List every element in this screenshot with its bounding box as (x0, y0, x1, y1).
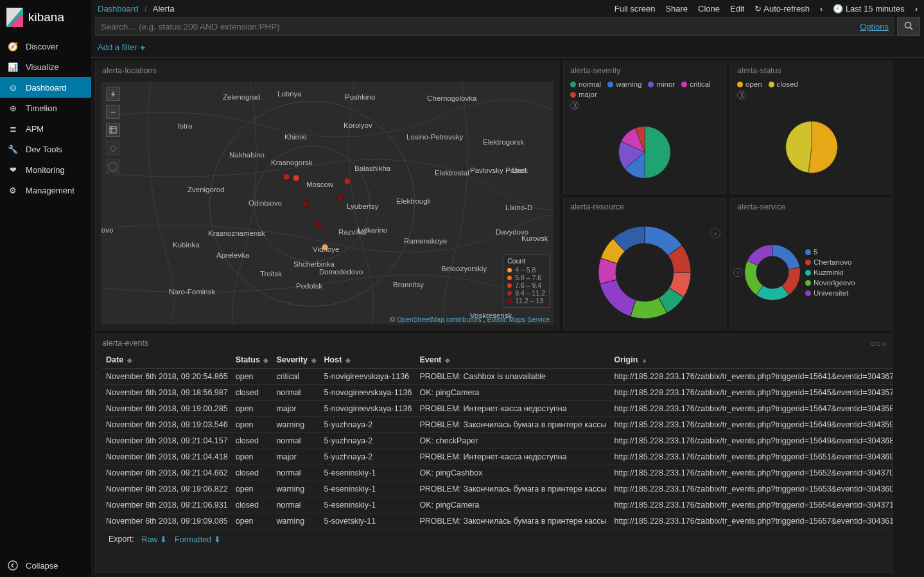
table-row[interactable]: November 6th 2018, 09:21:04.157closednor… (102, 433, 893, 449)
panel-title: alerta-locations (96, 62, 559, 79)
nav-item-dashboard[interactable]: ⊙Dashboard (0, 77, 91, 98)
zoom-out-button[interactable]: − (106, 105, 120, 119)
nav-item-discover[interactable]: 🧭Discover (0, 36, 91, 57)
nav-label: APM (26, 124, 44, 134)
share-button[interactable]: Share (665, 4, 688, 13)
nav-label: Discover (26, 42, 58, 51)
map-btn-a[interactable]: ◇ (106, 141, 120, 155)
table-row[interactable]: November 6th 2018, 09:19:06.822openwarni… (102, 481, 893, 497)
fit-bounds-button[interactable] (106, 123, 120, 137)
resource-donut[interactable] (597, 224, 693, 321)
legend-item[interactable]: open (737, 80, 762, 88)
panel-events: alerta-events ○○○ Date ◆Status ◆Severity… (95, 334, 893, 573)
nav-label: Management (26, 186, 74, 195)
collapse-button[interactable]: Collapse (0, 554, 91, 577)
col-host[interactable]: Host ◆ (320, 351, 416, 369)
legend-swatch (805, 290, 811, 296)
svg-point-0 (8, 561, 17, 570)
legend-swatch (805, 260, 811, 265)
app-logo[interactable]: kibana (0, 0, 91, 36)
table-row[interactable]: November 6th 2018, 09:21:04.662closednor… (102, 465, 893, 481)
table-row[interactable]: November 6th 2018, 09:18:56.987closednor… (102, 385, 893, 401)
time-prev-button[interactable]: ‹ (820, 4, 823, 13)
clone-button[interactable]: Clone (698, 4, 720, 13)
col-origin[interactable]: Origin ▲ (611, 351, 893, 369)
col-status[interactable]: Status ◆ (232, 351, 273, 369)
status-pie[interactable] (785, 120, 839, 174)
table-row[interactable]: November 6th 2018, 09:19:09.085openwarni… (102, 513, 893, 529)
nav-item-management[interactable]: ⚙Management (0, 180, 91, 200)
panel-menu-button[interactable]: ○○○ (870, 339, 887, 348)
nav-item-dev-tools[interactable]: 🔧Dev Tools (0, 139, 91, 159)
table-row[interactable]: November 6th 2018, 09:21:06.931closednor… (102, 497, 893, 513)
map-btn-b[interactable]: ◯ (106, 159, 120, 173)
table-row[interactable]: November 6th 2018, 09:20:54.865opencriti… (102, 369, 893, 385)
download-icon: ⬇ (214, 535, 221, 544)
plus-icon: ✚ (140, 44, 145, 51)
map-attribution: © OpenStreetMap contributors , Elastic M… (390, 315, 550, 323)
nav-icon: 🧭 (8, 41, 18, 51)
legend-swatch (769, 82, 774, 87)
svg-point-8 (344, 178, 351, 184)
zoom-in-button[interactable]: + (106, 87, 120, 101)
service-donut[interactable] (744, 244, 801, 301)
severity-pie[interactable] (618, 125, 672, 179)
search-options-link[interactable]: Options (860, 22, 889, 31)
col-date[interactable]: Date ◆ (102, 351, 232, 369)
fullscreen-button[interactable]: Full screen (615, 4, 656, 13)
legend-swatch (805, 280, 811, 286)
legend-item[interactable]: closed (769, 80, 798, 88)
clock-icon: 🕘 (833, 4, 843, 13)
nav-right-button[interactable]: › (710, 228, 720, 238)
svg-point-11 (322, 244, 328, 251)
legend-swatch (681, 82, 687, 87)
legend-collapse-button[interactable]: ╳ (570, 101, 579, 110)
nav-item-monitoring[interactable]: ❤Monitoring (0, 159, 91, 180)
export-raw-link[interactable]: Raw ⬇ (142, 535, 168, 544)
time-picker[interactable]: 🕘 Last 15 minutes (833, 4, 904, 13)
collapse-label: Collapse (26, 561, 58, 571)
legend-item[interactable]: warning (607, 80, 641, 88)
auto-refresh-button[interactable]: ↻ Auto-refresh (754, 4, 809, 13)
legend-collapse-button[interactable]: ╳ (737, 91, 746, 100)
svg-point-1 (905, 22, 911, 28)
legend-item[interactable]: major (570, 91, 597, 98)
nav-left-button[interactable]: › (733, 268, 742, 277)
legend-item[interactable]: Chertanovo (805, 258, 855, 266)
table-row[interactable]: November 6th 2018, 09:19:03.546openwarni… (102, 417, 893, 433)
svg-point-7 (302, 200, 309, 207)
col-event[interactable]: Event ◆ (415, 351, 610, 369)
breadcrumb-root[interactable]: Dashboard (98, 4, 139, 13)
legend-item[interactable]: 5 (805, 248, 855, 256)
export-formatted-link[interactable]: Formatted ⬇ (175, 535, 220, 544)
search-button[interactable] (897, 17, 920, 36)
col-severity[interactable]: Severity ◆ (272, 351, 320, 369)
nav: 🧭Discover📊Visualize⊙Dashboard⊕Timelion≣A… (0, 36, 91, 554)
search-input[interactable] (101, 22, 731, 31)
nav-item-timelion[interactable]: ⊕Timelion (0, 98, 91, 118)
legend-item[interactable]: normal (570, 80, 601, 88)
nav-label: Visualize (26, 62, 59, 72)
map[interactable]: + − ◇ ◯ Count 4 – 5.85.8 – 7.67.6 – 9.49… (101, 82, 554, 324)
legend-item[interactable]: minor (648, 80, 675, 88)
main: Dashboard / Alerta Full screen Share Clo… (91, 0, 924, 577)
nav-item-visualize[interactable]: 📊Visualize (0, 57, 91, 77)
table-row[interactable]: November 6th 2018, 09:19:00.285openmajor… (102, 401, 893, 417)
panel-title: alerta-resource (564, 199, 726, 215)
legend-item[interactable]: critical (681, 80, 711, 88)
table-row[interactable]: November 6th 2018, 09:21:04.418openmajor… (102, 449, 893, 465)
add-filter-button[interactable]: Add a filter ✚ (98, 42, 145, 52)
edit-button[interactable]: Edit (730, 4, 744, 13)
ems-link[interactable]: Elastic Maps Service (487, 315, 550, 323)
time-next-button[interactable]: › (915, 4, 918, 13)
nav-icon: ⊙ (8, 82, 18, 93)
severity-legend: normalwarningminorcriticalmajor (564, 79, 726, 100)
svg-point-12 (293, 175, 299, 181)
panel-service: alerta-service › 5ChertanovoKuzminkiNovo… (730, 198, 893, 330)
osm-link[interactable]: OpenStreetMap contributors (397, 315, 482, 323)
nav-item-apm[interactable]: ≣APM (0, 118, 91, 139)
breadcrumb-page: Alerta (153, 4, 175, 13)
legend-item[interactable]: Kuzminki (805, 269, 855, 276)
legend-item[interactable]: Novorigeevo (805, 279, 855, 287)
legend-item[interactable]: Universitet (805, 289, 855, 297)
